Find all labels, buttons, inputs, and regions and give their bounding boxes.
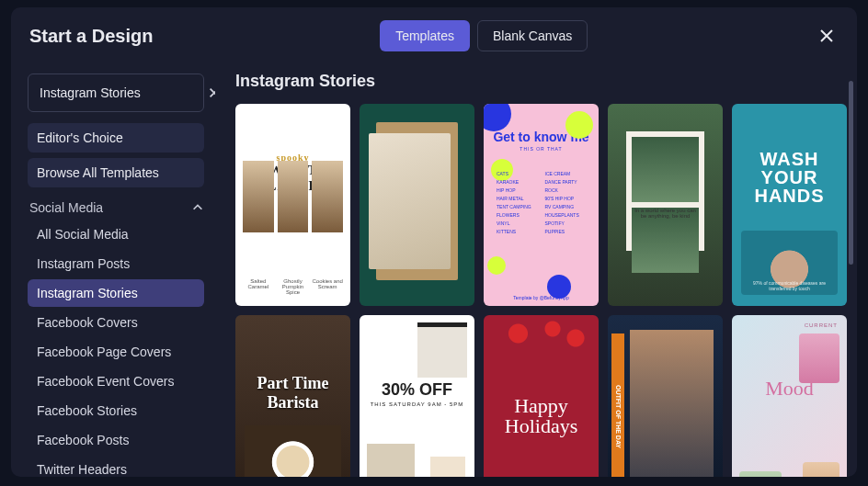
template-text: CATS KARAOKE HIP HOP HAIR METAL TENT CAM… xyxy=(497,170,538,236)
search-box xyxy=(28,73,204,112)
category-twitter-headers[interactable]: Twitter Headers xyxy=(28,456,204,477)
template-text: Part Time Barista xyxy=(243,374,343,413)
category-instagram-posts[interactable]: Instagram Posts xyxy=(28,250,204,277)
category-facebook-stories[interactable]: Facebook Stories xyxy=(28,397,204,424)
template-card[interactable]: WASH YOUR HANDS 97% of communicable dise… xyxy=(732,104,847,306)
close-button[interactable] xyxy=(815,24,839,48)
clear-search-button[interactable] xyxy=(208,86,215,99)
category-all-social-media[interactable]: All Social Media xyxy=(28,220,204,248)
section-social-media[interactable]: Social Media xyxy=(29,200,204,215)
template-text: THIS OR THAT xyxy=(520,146,562,152)
tab-blank-canvas[interactable]: Blank Canvas xyxy=(477,20,588,51)
mode-tabs: Templates Blank Canvas xyxy=(380,20,588,51)
template-text: OUTFIT OF THE DAY xyxy=(611,333,624,477)
template-text: 97% of communicable diseases are transfe… xyxy=(743,280,836,291)
template-card[interactable]: CURRENT Mood xyxy=(732,315,847,477)
chevron-up-icon xyxy=(191,201,204,214)
template-card[interactable]: OUTFIT OF THE DAY xyxy=(608,315,723,477)
tab-templates[interactable]: Templates xyxy=(380,20,470,51)
template-text: Cookies and Scream xyxy=(312,278,343,295)
template-text: Template by @BefunkyApp xyxy=(513,295,568,300)
link-editors-choice[interactable]: Editor's Choice xyxy=(28,123,204,153)
template-card[interactable]: 30% OFF THIS SATURDAY 9AM - 5PM xyxy=(360,315,474,477)
close-icon xyxy=(208,86,215,99)
modal-title: Start a Design xyxy=(29,26,153,47)
template-card[interactable] xyxy=(360,104,474,306)
template-card[interactable]: Get to know me THIS OR THAT CATS KARAOKE… xyxy=(484,104,599,306)
results-heading: Instagram Stories xyxy=(235,72,840,91)
category-facebook-event-covers[interactable]: Facebook Event Covers xyxy=(28,367,204,395)
template-card[interactable]: In a world where you can be anything, be… xyxy=(608,104,723,306)
close-icon xyxy=(819,28,834,43)
modal-body: Editor's Choice Browse All Templates Soc… xyxy=(11,64,857,477)
link-browse-all-templates[interactable]: Browse All Templates xyxy=(28,158,204,187)
modal-header: Start a Design Templates Blank Canvas xyxy=(11,7,857,64)
category-facebook-page-covers[interactable]: Facebook Page Covers xyxy=(28,338,204,366)
template-text: WASH YOUR HANDS xyxy=(739,150,839,205)
section-label: Social Media xyxy=(29,200,103,215)
template-text: 30% OFF xyxy=(382,380,452,400)
template-text: Ghostly Pumpkin Spice xyxy=(278,278,309,295)
sidebar: Editor's Choice Browse All Templates Soc… xyxy=(11,64,215,477)
search-input[interactable] xyxy=(32,82,208,104)
template-card[interactable]: spookyNEW LATTE FLAVORS Salted CaramelGh… xyxy=(235,104,350,306)
template-text: Salted Caramel xyxy=(243,278,274,295)
start-design-modal: Start a Design Templates Blank Canvas Ed… xyxy=(11,7,857,477)
main-panel: Instagram Stories spookyNEW LATTE FLAVOR… xyxy=(215,64,857,477)
category-facebook-posts[interactable]: Facebook Posts xyxy=(28,426,204,454)
template-card[interactable]: Part Time Barista xyxy=(235,315,350,477)
template-text: THIS SATURDAY 9AM - 5PM xyxy=(371,401,464,407)
category-facebook-covers[interactable]: Facebook Covers xyxy=(28,309,204,336)
category-instagram-stories[interactable]: Instagram Stories xyxy=(28,279,204,307)
template-text: In a world where you can be anything, be… xyxy=(632,208,699,273)
template-text: Happy Holidays xyxy=(491,396,591,436)
template-grid: spookyNEW LATTE FLAVORS Salted CaramelGh… xyxy=(235,104,840,477)
template-card[interactable]: Happy Holidays to you and yours xyxy=(484,315,599,477)
template-text: ICE CREAM DANCE PARTY ROCK 90'S HIP HOP … xyxy=(545,170,587,236)
scrollbar-thumb[interactable] xyxy=(849,81,853,265)
template-text: CURRENT xyxy=(805,322,838,328)
